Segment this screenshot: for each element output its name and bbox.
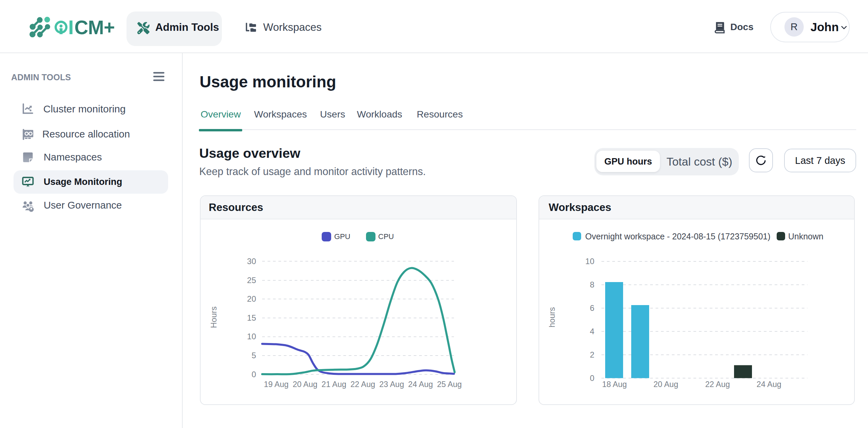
svg-text:8: 8	[590, 280, 594, 289]
svg-text:hours: hours	[547, 307, 556, 327]
svg-text:20: 20	[247, 294, 256, 303]
svg-text:21 Aug: 21 Aug	[322, 380, 346, 389]
svg-text:23 Aug: 23 Aug	[379, 380, 404, 389]
svg-text:30: 30	[247, 257, 256, 266]
svg-text:10: 10	[585, 257, 594, 266]
svg-text:22 Aug: 22 Aug	[705, 380, 730, 389]
svg-text:0: 0	[590, 373, 594, 383]
svg-text:4: 4	[590, 327, 594, 336]
svg-text:22 Aug: 22 Aug	[350, 380, 375, 389]
svg-text:5: 5	[252, 351, 256, 360]
svg-text:24 Aug: 24 Aug	[408, 380, 433, 389]
svg-text:24 Aug: 24 Aug	[757, 380, 781, 389]
svg-text:15: 15	[247, 313, 256, 322]
svg-text:20 Aug: 20 Aug	[654, 380, 678, 389]
svg-text:6: 6	[590, 303, 594, 313]
svg-text:CM+: CM+	[74, 17, 115, 38]
svg-text:2: 2	[590, 350, 594, 359]
svg-text:18 Aug: 18 Aug	[602, 380, 627, 389]
svg-text:10: 10	[247, 332, 256, 341]
svg-text:20 Aug: 20 Aug	[293, 380, 317, 389]
svg-text:19 Aug: 19 Aug	[264, 380, 289, 389]
svg-text:25 Aug: 25 Aug	[437, 380, 462, 389]
svg-text:25: 25	[247, 276, 256, 285]
svg-text:0: 0	[252, 370, 256, 379]
svg-text:Hours: Hours	[209, 306, 218, 328]
